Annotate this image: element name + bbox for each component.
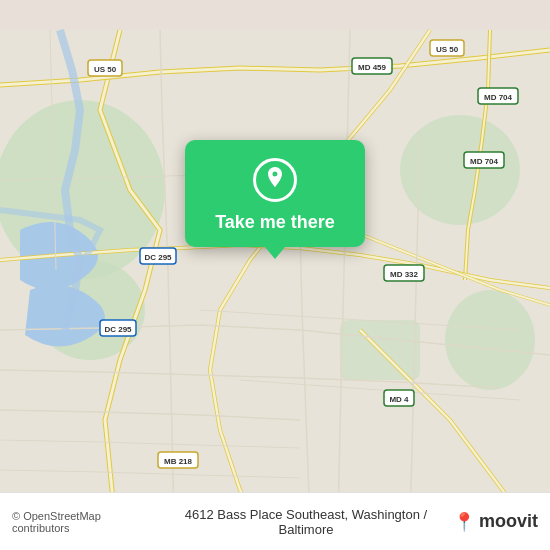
popup-triangle [265, 247, 285, 259]
svg-text:MD 459: MD 459 [358, 63, 387, 72]
svg-text:DC 295: DC 295 [104, 325, 132, 334]
location-pin-icon [264, 167, 286, 193]
bottom-bar: © OpenStreetMap contributors 4612 Bass P… [0, 492, 550, 550]
svg-text:US 50: US 50 [94, 65, 117, 74]
svg-text:MD 704: MD 704 [484, 93, 513, 102]
copyright-label: © OpenStreetMap contributors [12, 510, 101, 534]
moovit-brand-text: moovit [479, 511, 538, 532]
location-icon-circle [253, 158, 297, 202]
moovit-pin-icon: 📍 [453, 511, 475, 533]
svg-text:MB 218: MB 218 [164, 457, 193, 466]
moovit-logo: 📍 moovit [453, 511, 538, 533]
popup-overlay: Take me there [185, 140, 365, 259]
address-text: 4612 Bass Place Southeast, Washington / … [159, 507, 453, 537]
svg-text:MD 332: MD 332 [390, 270, 419, 279]
copyright-text: © OpenStreetMap contributors [12, 510, 159, 534]
map-container: US 50 US 50 MD 459 MD 704 MD 704 DC 295 … [0, 0, 550, 550]
svg-text:US 50: US 50 [436, 45, 459, 54]
svg-text:MD 704: MD 704 [470, 157, 499, 166]
svg-point-4 [445, 290, 535, 390]
svg-text:MD 4: MD 4 [389, 395, 409, 404]
svg-text:DC 295: DC 295 [144, 253, 172, 262]
map-svg: US 50 US 50 MD 459 MD 704 MD 704 DC 295 … [0, 0, 550, 550]
popup-card: Take me there [185, 140, 365, 247]
address-label: 4612 Bass Place Southeast, Washington / … [185, 507, 427, 537]
take-me-there-button[interactable]: Take me there [215, 212, 335, 233]
